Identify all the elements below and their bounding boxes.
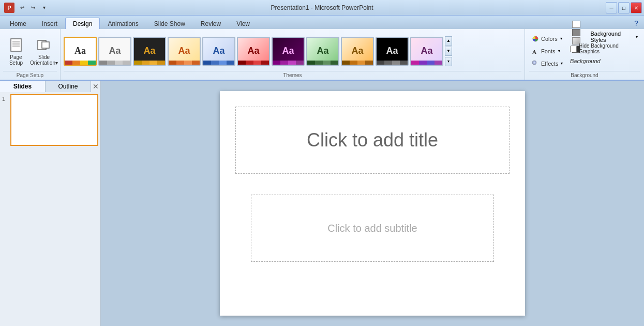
svg-rect-0 [11,39,21,51]
slide-canvas[interactable]: Click to add title Click to add subtitle [220,91,525,316]
slide-item-1: 1 [2,94,98,146]
theme-4[interactable]: Aa [168,37,201,66]
bg-left-buttons: Colors ▾ A Fonts ▾ [529,31,568,71]
fonts-arrow: ▾ [558,49,560,53]
slide-subtitle-text: Click to add subtitle [327,223,417,234]
tab-design[interactable]: Design [65,18,100,29]
effects-arrow: ▾ [561,61,563,66]
minimize-button[interactable]: ─ [606,2,617,13]
theme-11[interactable]: Aa [410,37,443,66]
background-styles-label: Background Styles [590,31,633,43]
slide-orientation-label: SlideOrientation▾ [30,54,58,66]
themes-content: Aa Aa Aa [64,31,521,71]
themes-scroll-up[interactable]: ▲ [445,36,452,46]
bg-right-buttons: Background Styles ▾ Hide Background Grap… [570,31,640,71]
svg-text:A: A [532,49,536,55]
colors-button[interactable]: Colors ▾ [529,33,568,45]
themes-scroll-down[interactable]: ▼ [445,47,452,56]
redo-button[interactable]: ↪ [28,3,38,12]
slide-subtitle-placeholder[interactable]: Click to add subtitle [251,195,494,262]
tab-outline[interactable]: Outline [46,81,91,92]
fonts-label: Fonts [541,48,556,54]
background-label: Background [570,58,601,64]
theme-7[interactable]: Aa [272,37,305,66]
panel-tab-strip: Slides Outline ✕ [0,81,100,92]
page-setup-label: PageSetup [9,54,23,66]
fonts-button[interactable]: A Fonts ▾ [529,46,568,57]
tab-slideshow[interactable]: Slide Show [146,18,193,29]
theme-8[interactable]: Aa [306,37,339,66]
hide-background-checkbox[interactable] [570,46,577,52]
background-label-row: Background [570,56,640,66]
background-styles-button[interactable]: Background Styles ▾ [570,31,640,42]
hide-background-row: Hide Background Graphics [570,43,640,54]
tab-review[interactable]: Review [193,18,229,29]
left-panel: Slides Outline ✕ 1 [0,81,101,326]
slide-list: 1 [0,92,100,326]
colors-label: Colors [541,36,558,42]
quick-access-toolbar: ↩ ↪ ▾ [18,3,49,12]
ribbon-group-page-setup: PageSetup SlideOrientation▾ Page Setup [0,29,61,80]
theme-5[interactable]: Aa [202,37,235,66]
ribbon-tab-strip: Home Insert Design Animations Slide Show… [0,16,644,29]
slide-thumbnail-1[interactable] [10,94,98,146]
tab-slides[interactable]: Slides [0,81,46,92]
theme-2[interactable]: Aa [98,37,131,66]
themes-scroll-more[interactable]: ▾ [445,57,452,66]
effects-button[interactable]: Effects ▾ [529,58,568,69]
page-setup-button[interactable]: PageSetup [3,35,29,68]
tab-home[interactable]: Home [2,18,34,29]
colors-icon [531,35,540,43]
effects-label: Effects [541,61,558,67]
theme-6[interactable]: Aa [237,37,270,66]
ribbon-group-themes: Aa Aa Aa [61,29,525,80]
window-controls: ─ □ ✕ [606,2,642,13]
help-button[interactable]: ? [628,18,644,29]
app-body: Slides Outline ✕ 1 Click to add title Cl… [0,81,644,326]
app-icon: P [4,3,14,13]
theme-blank[interactable]: Aa [64,37,97,66]
background-group-label: Background [529,71,640,80]
slide-title-text: Click to add title [307,129,438,151]
undo-button[interactable]: ↩ [18,3,27,12]
tab-insert[interactable]: Insert [34,18,65,29]
ribbon-content: PageSetup SlideOrientation▾ Page Setup A… [0,29,644,81]
theme-9[interactable]: Aa [341,37,374,66]
theme-10[interactable]: Aa [376,37,409,66]
title-bar: P ↩ ↪ ▾ Presentation1 - Microsoft PowerP… [0,0,644,16]
maximize-button[interactable]: □ [618,2,630,13]
slide-orientation-button[interactable]: SlideOrientation▾ [31,35,57,68]
themes-group-label: Themes [64,71,521,80]
customize-quick-access-button[interactable]: ▾ [39,3,49,12]
slide-title-placeholder[interactable]: Click to add title [235,107,510,174]
slide-orientation-icon [36,37,52,53]
themes-scroll-buttons: ▲ ▼ ▾ [445,36,452,66]
ribbon-group-background: Colors ▾ A Fonts ▾ [525,29,644,80]
slide-number-1: 1 [2,94,8,102]
bg-styles-arrow: ▾ [636,35,638,39]
page-setup-icon [8,37,24,53]
tab-view[interactable]: View [229,18,258,29]
page-setup-buttons: PageSetup SlideOrientation▾ [3,31,57,71]
theme-3[interactable]: Aa [133,37,166,66]
main-slide-area: Click to add title Click to add subtitle [101,81,644,326]
background-group-content: Colors ▾ A Fonts ▾ [529,31,640,71]
tab-animations[interactable]: Animations [100,18,146,29]
panel-close-button[interactable]: ✕ [91,82,100,91]
svg-point-8 [532,61,536,65]
fonts-icon: A [531,47,540,55]
window-title: Presentation1 - Microsoft PowerPoint [271,4,373,11]
hide-background-label[interactable]: Hide Background Graphics [579,43,640,54]
page-setup-group-label: Page Setup [3,71,57,80]
effects-icon [531,60,540,68]
svg-rect-5 [42,42,49,48]
close-button[interactable]: ✕ [631,2,642,13]
colors-arrow: ▾ [560,36,562,41]
